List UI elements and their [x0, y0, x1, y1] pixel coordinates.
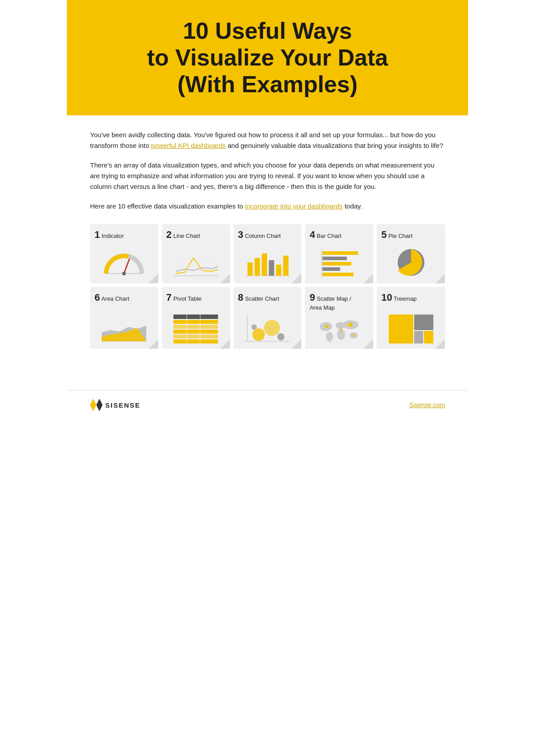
chart-label-map: 9 Scatter Map /Area Map — [309, 291, 369, 311]
svg-point-46 — [352, 334, 355, 337]
chart-card-pie: 5 Pie Chart — [377, 224, 445, 283]
main-content: You've been avidly collecting data. You'… — [67, 115, 468, 363]
chart-visual-treemap — [381, 308, 440, 344]
svg-point-34 — [264, 320, 280, 336]
sisense-logo-icon — [90, 399, 103, 411]
footer-logo-text: SISENSE — [105, 401, 140, 409]
chart-label-treemap: 10 Treemap — [381, 291, 440, 304]
svg-rect-8 — [255, 258, 260, 276]
svg-point-44 — [348, 323, 353, 327]
intro-paragraph-2: There's an array of data visualization t… — [90, 160, 445, 192]
svg-point-33 — [252, 328, 265, 341]
dashboards-link[interactable]: incorporate into your dashboards — [245, 202, 342, 210]
svg-point-38 — [326, 332, 333, 342]
svg-rect-16 — [322, 262, 351, 266]
svg-rect-12 — [283, 256, 288, 276]
svg-rect-18 — [322, 273, 354, 276]
svg-rect-15 — [322, 257, 347, 260]
chart-card-pivot: 7 Pivot Table — [162, 287, 230, 349]
svg-rect-48 — [414, 315, 433, 330]
svg-rect-14 — [322, 251, 358, 255]
kpi-dashboards-link[interactable]: powerful KPI dashboards — [151, 142, 226, 149]
chart-visual-area — [95, 308, 154, 344]
chart-card-map: 9 Scatter Map /Area Map — [305, 287, 373, 349]
svg-point-36 — [251, 324, 257, 330]
svg-rect-17 — [322, 267, 340, 271]
chart-visual-pivot — [166, 308, 226, 344]
svg-rect-9 — [262, 253, 267, 276]
svg-rect-7 — [247, 262, 253, 276]
chart-card-treemap: 10 Treemap — [377, 287, 445, 349]
chart-label-column: 3 Column Chart — [238, 229, 297, 241]
svg-point-35 — [277, 333, 284, 340]
intro-paragraph-1: You've been avidly collecting data. You'… — [90, 130, 445, 151]
chart-card-scatter: 8 Scatter Chart — [234, 287, 302, 349]
footer-logo: SISENSE — [90, 399, 140, 411]
svg-marker-51 — [90, 399, 96, 411]
chart-label-area: 6 Area Chart — [95, 291, 154, 304]
svg-rect-47 — [389, 315, 413, 343]
chart-visual-pie — [381, 245, 440, 278]
chart-label-bar: 4 Bar Chart — [309, 229, 369, 241]
chart-card-bar: 4 Bar Chart — [305, 224, 373, 283]
footer: SISENSE Sisense.com — [67, 390, 468, 419]
svg-rect-28 — [173, 339, 218, 343]
svg-rect-10 — [269, 260, 274, 276]
chart-visual-indicator — [95, 245, 154, 278]
chart-visual-scatter — [238, 308, 297, 344]
svg-point-45 — [340, 329, 342, 331]
chart-card-area: 6 Area Chart — [90, 287, 158, 349]
svg-rect-24 — [173, 320, 218, 324]
chart-grid: 1 Indicator 2 Line Chart — [90, 224, 445, 349]
svg-rect-49 — [414, 331, 423, 343]
chart-label-pivot: 7 Pivot Table — [166, 291, 226, 304]
chart-label-indicator: 1 Indicator — [95, 229, 154, 241]
svg-rect-25 — [173, 325, 218, 329]
chart-label-line: 2 Line Chart — [166, 229, 226, 241]
footer-link[interactable]: Sisense.com — [409, 401, 445, 409]
chart-visual-column — [238, 245, 297, 278]
svg-rect-50 — [424, 331, 433, 343]
header-section: 10 Useful Waysto Visualize Your Data(Wit… — [67, 0, 468, 115]
svg-line-0 — [124, 259, 129, 274]
page-title: 10 Useful Waysto Visualize Your Data(Wit… — [94, 18, 441, 98]
chart-visual-line — [166, 245, 226, 278]
svg-point-43 — [325, 325, 329, 328]
svg-rect-11 — [276, 265, 281, 276]
chart-visual-map — [309, 315, 369, 343]
chart-visual-bar — [309, 245, 369, 278]
chart-card-indicator: 1 Indicator — [90, 224, 158, 283]
chart-label-scatter: 8 Scatter Chart — [238, 291, 297, 304]
svg-rect-23 — [173, 315, 218, 319]
svg-rect-26 — [173, 330, 218, 334]
intro-paragraph-3: Here are 10 effective data visualization… — [90, 201, 445, 212]
svg-marker-52 — [96, 399, 103, 411]
chart-label-pie: 5 Pie Chart — [381, 229, 440, 241]
chart-card-line: 2 Line Chart — [162, 224, 230, 283]
chart-card-column: 3 Column Chart — [234, 224, 302, 283]
svg-rect-27 — [173, 335, 218, 339]
